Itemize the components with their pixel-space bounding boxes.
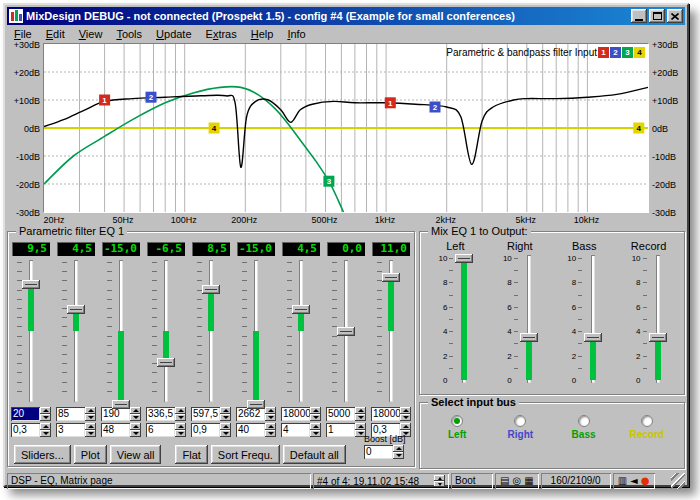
- spin-down-button[interactable]: [85, 414, 96, 421]
- boost-input-value[interactable]: 0: [364, 445, 393, 459]
- spin-up-button[interactable]: [130, 423, 141, 430]
- boost-input[interactable]: 0: [364, 445, 404, 459]
- menu-update[interactable]: Update: [149, 27, 198, 41]
- slider-thumb[interactable]: [520, 333, 538, 342]
- spin-down-button[interactable]: [400, 414, 411, 421]
- slider-thumb[interactable]: [202, 285, 220, 294]
- eq-freq-input[interactable]: 18000: [371, 407, 411, 421]
- slider-thumb[interactable]: [292, 305, 310, 314]
- spin-up-button[interactable]: [310, 407, 321, 414]
- mixer-icon[interactable]: ▥: [618, 475, 627, 487]
- spin-up-button[interactable]: [175, 423, 186, 430]
- spin-up-button[interactable]: [85, 407, 96, 414]
- spin-down-button[interactable]: [265, 430, 276, 437]
- close-button[interactable]: [667, 9, 683, 23]
- minimize-button[interactable]: [631, 9, 647, 23]
- title-bar[interactable]: MixDesign DEBUG - not connected (Prospek…: [7, 7, 685, 25]
- spin-down-button[interactable]: [265, 414, 276, 421]
- eq-q-input-value[interactable]: 1: [326, 423, 355, 437]
- spin-down-button[interactable]: [355, 414, 366, 421]
- spin-up-button[interactable]: [130, 407, 141, 414]
- menu-edit[interactable]: Edit: [39, 27, 72, 41]
- eq-freq-input-value[interactable]: 190: [101, 407, 130, 421]
- slider-thumb[interactable]: [455, 254, 473, 263]
- eq-freq-input[interactable]: 597,5: [191, 407, 231, 421]
- spin-down-button[interactable]: [220, 414, 231, 421]
- slider-thumb[interactable]: [112, 400, 130, 409]
- eq-freq-input-value[interactable]: 20: [11, 407, 40, 421]
- menu-view[interactable]: View: [72, 27, 110, 41]
- spin-down-button[interactable]: [175, 430, 186, 437]
- eq-freq-input-value[interactable]: 18000: [281, 407, 310, 421]
- slider-thumb[interactable]: [22, 280, 40, 289]
- eq-gain-slider[interactable]: [12, 258, 50, 404]
- spin-up-button[interactable]: [355, 423, 366, 430]
- eq-freq-input[interactable]: 2662: [236, 407, 276, 421]
- input-bus-right[interactable]: Right: [494, 415, 546, 440]
- resize-grip[interactable]: [671, 473, 685, 489]
- mix-level-slider[interactable]: 1086420: [496, 253, 544, 385]
- eq-gain-slider[interactable]: [237, 258, 275, 404]
- speaker-icon[interactable]: ◄: [630, 475, 638, 487]
- slider-thumb[interactable]: [649, 333, 667, 342]
- spin-down-button[interactable]: [220, 430, 231, 437]
- spin-down-button[interactable]: [310, 430, 321, 437]
- spin-up-button[interactable]: [400, 407, 411, 414]
- menu-extras[interactable]: Extras: [199, 27, 244, 41]
- eq-q-input-value[interactable]: 0,3: [11, 423, 40, 437]
- eq-q-input-value[interactable]: 40: [236, 423, 265, 437]
- slider-track[interactable]: [299, 260, 303, 402]
- spin-up-button[interactable]: [220, 407, 231, 414]
- spin-up-button[interactable]: [40, 423, 51, 430]
- spin-up-button[interactable]: [265, 423, 276, 430]
- monitor-icon[interactable]: ▦: [524, 475, 533, 487]
- app-icon[interactable]: [9, 9, 23, 23]
- eq-q-input[interactable]: 1: [326, 423, 366, 437]
- plot-button[interactable]: Plot: [74, 445, 107, 464]
- eq-q-input[interactable]: 48: [101, 423, 141, 437]
- eq-gain-slider[interactable]: [282, 258, 320, 404]
- slider-thumb[interactable]: [382, 273, 400, 282]
- spin-up-button[interactable]: [310, 423, 321, 430]
- menu-tools[interactable]: Tools: [109, 27, 149, 41]
- eq-q-input[interactable]: 4: [281, 423, 321, 437]
- record-led-icon[interactable]: ●: [641, 475, 650, 487]
- slider-thumb[interactable]: [337, 327, 355, 336]
- eq-freq-input-value[interactable]: 5000: [326, 407, 355, 421]
- eq-freq-input-value[interactable]: 336,5: [146, 407, 175, 421]
- slider-thumb[interactable]: [157, 358, 175, 367]
- eq-freq-input-value[interactable]: 2662: [236, 407, 265, 421]
- spin-up-button[interactable]: [220, 423, 231, 430]
- eq-q-input-value[interactable]: 0,9: [191, 423, 220, 437]
- eq-freq-input[interactable]: 336,5: [146, 407, 186, 421]
- default-all-button[interactable]: Default all: [283, 445, 346, 464]
- input-bus-left[interactable]: Left: [431, 415, 483, 440]
- eq-freq-input[interactable]: 190: [101, 407, 141, 421]
- menu-file[interactable]: File: [7, 27, 39, 41]
- eq-q-input-value[interactable]: 48: [101, 423, 130, 437]
- spin-down-button[interactable]: [85, 430, 96, 437]
- eq-q-input[interactable]: 0,3: [11, 423, 51, 437]
- eq-freq-input[interactable]: 5000: [326, 407, 366, 421]
- eq-q-input[interactable]: 6: [146, 423, 186, 437]
- maximize-button[interactable]: [649, 9, 665, 23]
- eq-gain-slider[interactable]: [102, 258, 140, 404]
- radio-bass[interactable]: [578, 415, 590, 427]
- radio-left[interactable]: [451, 415, 463, 427]
- eq-q-input-value[interactable]: 3: [56, 423, 85, 437]
- spin-up-button[interactable]: [393, 445, 404, 452]
- eq-gain-slider[interactable]: [192, 258, 230, 404]
- eq-gain-slider[interactable]: [372, 258, 410, 404]
- input-bus-bass[interactable]: Bass: [558, 415, 610, 440]
- spin-down-button[interactable]: [310, 414, 321, 421]
- eq-gain-slider[interactable]: [327, 258, 365, 404]
- slider-track[interactable]: [74, 260, 78, 402]
- eq-freq-input-value[interactable]: 597,5: [191, 407, 220, 421]
- eq-q-input-value[interactable]: 6: [146, 423, 175, 437]
- eq-freq-input[interactable]: 85: [56, 407, 96, 421]
- spin-down-button[interactable]: [393, 452, 404, 459]
- spin-down-button[interactable]: [40, 430, 51, 437]
- slider-thumb[interactable]: [247, 400, 265, 409]
- spin-down-button[interactable]: [175, 414, 186, 421]
- spin-up-button[interactable]: [85, 423, 96, 430]
